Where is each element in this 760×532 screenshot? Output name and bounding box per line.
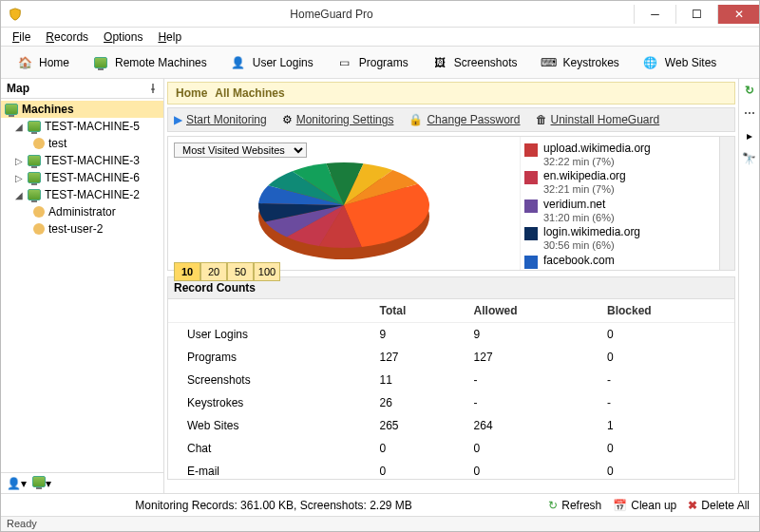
chart-legend: upload.wikimedia.org32:22 min (7%)en.wik… bbox=[520, 137, 719, 270]
tb-logins[interactable]: 👤 User Logins bbox=[220, 50, 323, 75]
lock-icon: 🔒 bbox=[408, 113, 423, 126]
action-bar: ▶ Start Monitoring ⚙ Monitoring Settings… bbox=[167, 107, 735, 132]
sidebar-header: Map bbox=[1, 79, 163, 99]
sidebar: Map Machines ◢TEST-MACHINE-5test▷TEST-MA… bbox=[1, 79, 164, 493]
machines-tree[interactable]: Machines ◢TEST-MACHINE-5test▷TEST-MACHIN… bbox=[1, 99, 163, 472]
tb-remote-label: Remote Machines bbox=[115, 56, 207, 69]
titlebar: HomeGuard Pro ─ ☐ ✕ bbox=[1, 1, 759, 28]
menu-file[interactable]: File bbox=[5, 28, 38, 46]
user-node[interactable]: Administrator bbox=[1, 203, 163, 220]
start-monitoring-button[interactable]: ▶ Start Monitoring bbox=[174, 113, 267, 126]
crumb-machines[interactable]: All Machines bbox=[215, 86, 284, 100]
machine-node[interactable]: ▷TEST-MACHINE-6 bbox=[1, 169, 163, 186]
tree-root-label: Machines bbox=[22, 103, 74, 116]
status-bar: Ready bbox=[1, 516, 759, 532]
pie-chart bbox=[244, 158, 444, 262]
tb-home[interactable]: 🏠 Home bbox=[7, 50, 79, 75]
sidebar-footer: 👤▾ ▾ bbox=[1, 472, 163, 493]
table-row[interactable]: E-mail000 bbox=[168, 460, 734, 480]
tb-programs-label: Programs bbox=[359, 56, 408, 69]
password-label: Change Password bbox=[427, 113, 520, 126]
breadcrumb: Home All Machines bbox=[167, 82, 735, 104]
cleanup-label: Clean up bbox=[631, 499, 676, 512]
menu-records[interactable]: Records bbox=[38, 28, 96, 46]
maximize-button[interactable]: ☐ bbox=[675, 5, 717, 24]
user-node[interactable]: test-user-2 bbox=[1, 220, 163, 238]
uninstall-label: Uninstall HomeGuard bbox=[551, 113, 660, 126]
tree-root[interactable]: Machines bbox=[1, 101, 163, 118]
pin-icon[interactable] bbox=[148, 84, 158, 93]
deleteall-button[interactable]: ✖Delete All bbox=[688, 499, 750, 512]
legend-item[interactable]: facebook.com bbox=[524, 255, 715, 269]
table-row[interactable]: Web Sites2652641 bbox=[168, 414, 734, 437]
uninstall-button[interactable]: 🗑 Uninstall HomeGuard bbox=[536, 113, 660, 126]
app-icon bbox=[9, 8, 22, 21]
table-row[interactable]: User Logins990 bbox=[168, 323, 734, 347]
tb-programs[interactable]: ▭ Programs bbox=[327, 50, 418, 75]
monitor-icon bbox=[5, 104, 18, 115]
menu-help[interactable]: Help bbox=[150, 28, 189, 46]
tb-screenshots-label: Screenshots bbox=[454, 56, 518, 69]
window-title: HomeGuard Pro bbox=[29, 8, 634, 21]
records-table-wrap[interactable]: TotalAllowedBlocked User Logins990Progra… bbox=[167, 299, 735, 480]
refresh-button[interactable]: ↻Refresh bbox=[548, 499, 601, 512]
play-icon: ▶ bbox=[174, 113, 182, 126]
user-node[interactable]: test bbox=[1, 135, 163, 152]
tb-remote[interactable]: Remote Machines bbox=[83, 50, 217, 75]
monitoring-stats: Monitoring Records: 361.00 KB, Screensho… bbox=[135, 499, 412, 512]
cleanup-button[interactable]: 📅Clean up bbox=[613, 499, 676, 512]
refresh-label: Refresh bbox=[561, 499, 601, 512]
legend-item[interactable]: login.wikimedia.org30:56 min (6%) bbox=[524, 226, 715, 251]
table-row[interactable]: Chat000 bbox=[168, 437, 734, 460]
legend-item[interactable]: veridium.net31:20 min (6%) bbox=[524, 199, 715, 223]
binoculars-icon[interactable]: 🔭 bbox=[742, 151, 757, 166]
machine-node[interactable]: ▷TEST-MACHINE-3 bbox=[1, 152, 163, 169]
change-password-button[interactable]: 🔒 Change Password bbox=[408, 113, 520, 126]
chart-panel: Most Visited Websites 102050100 upload.w… bbox=[167, 136, 735, 271]
image-icon: 🖼 bbox=[431, 54, 448, 71]
gear-icon: ⚙ bbox=[282, 113, 293, 126]
monitoring-settings-button[interactable]: ⚙ Monitoring Settings bbox=[282, 113, 394, 126]
trash-icon: 🗑 bbox=[536, 113, 547, 126]
window-icon: ▭ bbox=[336, 54, 353, 71]
keyboard-icon: ⌨ bbox=[540, 54, 557, 71]
crumb-home[interactable]: Home bbox=[176, 86, 207, 100]
expand-icon[interactable]: ⋯ bbox=[742, 105, 757, 121]
user-icon: 👤 bbox=[230, 54, 247, 71]
table-row[interactable]: Screenshots11-- bbox=[168, 369, 734, 391]
tb-screenshots[interactable]: 🖼 Screenshots bbox=[422, 50, 527, 75]
table-row[interactable]: Keystrokes26-- bbox=[168, 391, 734, 414]
monitor-dropdown-icon[interactable]: ▾ bbox=[32, 476, 51, 490]
tb-keystrokes-label: Keystrokes bbox=[562, 56, 618, 69]
menubar: File Records Options Help bbox=[1, 28, 759, 47]
side-toolbar: ↻ ⋯ ▸ 🔭 bbox=[738, 79, 759, 493]
monitor-icon bbox=[92, 54, 109, 71]
tb-logins-label: User Logins bbox=[253, 56, 314, 69]
globe-icon: 🌐 bbox=[642, 54, 659, 71]
main-toolbar: 🏠 Home Remote Machines 👤 User Logins ▭ P… bbox=[1, 47, 759, 79]
chart-combo[interactable]: Most Visited Websites bbox=[174, 142, 307, 158]
table-row[interactable]: Programs1271270 bbox=[168, 346, 734, 369]
pager-100[interactable]: 100 bbox=[254, 262, 280, 281]
refresh-icon[interactable]: ↻ bbox=[742, 83, 757, 98]
pager-50[interactable]: 50 bbox=[227, 262, 254, 281]
machine-node[interactable]: ◢TEST-MACHINE-2 bbox=[1, 186, 163, 203]
minimize-button[interactable]: ─ bbox=[634, 5, 675, 24]
tb-home-label: Home bbox=[39, 56, 69, 69]
legend-item[interactable]: upload.wikimedia.org32:22 min (7%) bbox=[524, 142, 715, 167]
user-icon[interactable]: 👤▾ bbox=[7, 477, 27, 490]
close-button[interactable]: ✕ bbox=[717, 5, 759, 24]
home-icon: 🏠 bbox=[16, 54, 33, 71]
legend-scrollbar[interactable] bbox=[719, 137, 734, 270]
next-icon[interactable]: ▸ bbox=[742, 128, 757, 143]
sidebar-title: Map bbox=[7, 82, 29, 95]
pager-10[interactable]: 10 bbox=[174, 262, 200, 281]
legend-item[interactable]: en.wikipedia.org32:21 min (7%) bbox=[524, 170, 715, 195]
tb-keystrokes[interactable]: ⌨ Keystrokes bbox=[530, 50, 628, 75]
machine-node[interactable]: ◢TEST-MACHINE-5 bbox=[1, 118, 163, 135]
deleteall-label: Delete All bbox=[701, 499, 750, 512]
menu-options[interactable]: Options bbox=[96, 28, 150, 46]
pager-20[interactable]: 20 bbox=[200, 262, 227, 281]
tb-web[interactable]: 🌐 Web Sites bbox=[633, 50, 726, 75]
start-label: Start Monitoring bbox=[186, 113, 267, 126]
